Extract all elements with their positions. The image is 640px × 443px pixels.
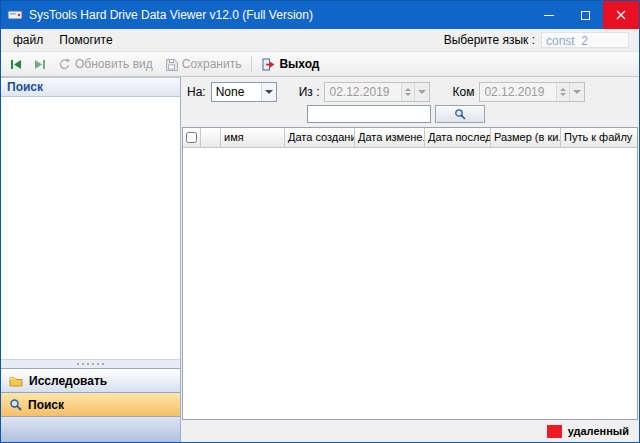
date-to-value: 02.12.2019 [480,85,556,99]
exit-button[interactable]: Выход [257,55,324,73]
menu-bar: файл Помогите Выберите язык : const_2 [1,29,639,51]
sidebar-button-explore[interactable]: Исследовать [1,368,180,392]
filter-type-label: На: [187,85,206,99]
maximize-button[interactable] [567,1,603,29]
menu-help[interactable]: Помогите [51,31,120,49]
column-date-modified[interactable]: Дата измене... [355,128,425,147]
search-input[interactable] [307,105,431,123]
nav-first-icon [10,59,22,70]
deleted-legend-label: удаленный [568,425,629,437]
table-body[interactable] [183,148,637,419]
criteria-row-1: На: None Из : 02.12.2019 Ком 02.12.2019 [187,81,633,103]
search-nav-label: Поиск [28,398,64,412]
column-file-path[interactable]: Путь к файлу [561,128,637,147]
explore-label: Исследовать [29,374,107,388]
date-from-field[interactable]: 02.12.2019 [324,82,430,102]
date-spinner-icon[interactable] [556,83,569,101]
splitter-handle[interactable] [1,359,180,368]
refresh-button[interactable]: Обновить вид [53,55,158,73]
calendar-dropdown-icon[interactable] [569,83,584,101]
column-date-created[interactable]: Дата создания [285,128,355,147]
date-spinner-icon[interactable] [401,83,414,101]
folder-icon [9,375,23,387]
chevron-down-icon[interactable] [261,83,276,101]
save-button[interactable]: Сохранить [160,55,247,73]
date-from-label: Из : [299,85,320,99]
filter-type-dropdown[interactable]: None [211,82,277,102]
sidebar-footer [1,416,180,442]
results-table: имя Дата создания Дата измене... Дата по… [182,127,638,420]
exit-label: Выход [279,57,319,71]
refresh-icon [58,58,71,71]
menu-file[interactable]: файл [5,31,51,49]
save-icon [165,58,178,71]
main-panel: На: None Из : 02.12.2019 Ком 02.12.2019 [181,77,639,442]
sidebar-header: Поиск [1,77,180,97]
toolbar-separator [251,56,252,72]
toolbar: Обновить вид Сохранить Выход [1,51,639,77]
language-label: Выберите язык : [444,33,535,47]
date-to-label: Ком [452,85,474,99]
content-area: Поиск Исследовать Поиск [1,77,639,442]
column-name[interactable]: имя [221,128,285,147]
exit-icon [262,58,275,71]
date-to-field[interactable]: 02.12.2019 [479,82,585,102]
sidebar: Поиск Исследовать Поиск [1,77,181,442]
close-button[interactable] [603,1,639,29]
save-label: Сохранить [182,57,242,71]
sidebar-button-search[interactable]: Поиск [1,392,180,416]
window-controls [531,1,639,29]
column-file-icon[interactable] [201,128,221,147]
nav-first-button[interactable] [5,57,27,72]
search-icon [9,398,22,411]
window-title: SysTools Hard Drive Data Viewer v12.0 (F… [29,8,313,22]
column-date-accessed[interactable]: Дата послед... [425,128,491,147]
legend-bar: удаленный [181,420,639,442]
column-size[interactable]: Размер (в ки... [491,128,561,147]
date-from-value: 02.12.2019 [325,85,401,99]
nav-last-icon [34,59,46,70]
maximize-icon [581,11,590,20]
select-all-checkbox[interactable] [186,132,197,143]
search-button[interactable] [435,105,485,123]
refresh-label: Обновить вид [75,57,153,71]
calendar-dropdown-icon[interactable] [414,83,429,101]
minimize-button[interactable] [531,1,567,29]
criteria-row-2 [187,103,633,125]
nav-last-button[interactable] [29,57,51,72]
table-header-row: имя Дата создания Дата измене... Дата по… [183,128,637,148]
search-criteria: На: None Из : 02.12.2019 Ком 02.12.2019 [181,77,639,127]
deleted-legend-swatch [547,425,562,438]
language-select[interactable]: const_2 [541,32,629,48]
app-icon [7,7,23,23]
close-icon [616,10,626,20]
minimize-icon [544,15,554,16]
sidebar-tree-panel[interactable] [1,97,180,359]
select-all-cell [183,128,201,147]
filter-type-value: None [212,85,261,99]
titlebar: SysTools Hard Drive Data Viewer v12.0 (F… [1,1,639,29]
app-window: SysTools Hard Drive Data Viewer v12.0 (F… [0,0,640,443]
magnifier-icon [454,108,466,120]
